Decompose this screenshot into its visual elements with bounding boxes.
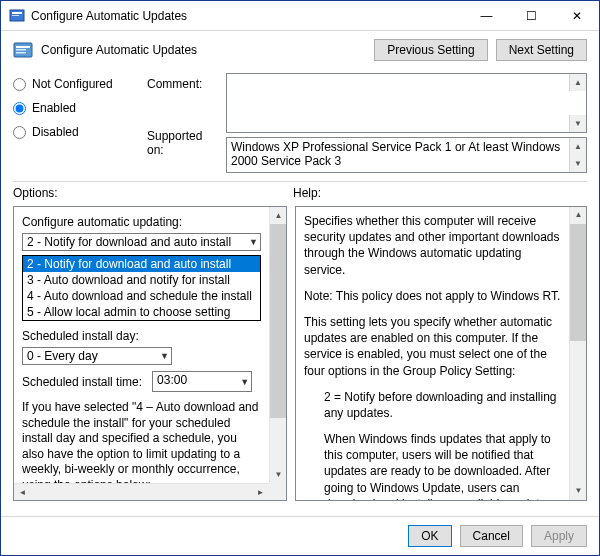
policy-header-icon [13,40,33,60]
apply-button[interactable]: Apply [531,525,587,547]
radio-enabled[interactable]: Enabled [13,101,143,115]
comment-label: Comment: [147,77,222,91]
scroll-up-icon[interactable]: ▲ [569,74,586,91]
scheduled-day-select[interactable]: 0 - Every day ▼ [22,347,172,365]
supported-on-value: Windows XP Professional Service Pack 1 o… [231,140,560,168]
supported-on-box: Windows XP Professional Service Pack 1 o… [226,137,587,173]
vertical-scrollbar[interactable]: ▲ ▼ [569,207,586,500]
chevron-down-icon: ▼ [160,351,169,361]
help-label: Help: [293,186,321,200]
scroll-down-icon[interactable]: ▼ [570,483,587,500]
svg-rect-6 [16,52,26,54]
scroll-thumb[interactable] [270,224,286,418]
cancel-button[interactable]: Cancel [460,525,523,547]
window-title: Configure Automatic Updates [31,9,464,23]
svg-rect-1 [12,12,22,14]
scheduled-day-value: 0 - Every day [27,349,98,363]
scheduled-time-value: 03:00 [157,373,187,387]
previous-setting-button[interactable]: Previous Setting [374,39,487,61]
options-label: Options: [13,186,293,200]
dropdown-item[interactable]: 3 - Auto download and notify for install [23,272,260,288]
scroll-up-icon[interactable]: ▲ [570,207,587,224]
scroll-right-icon[interactable]: ► [252,484,269,501]
dropdown-item[interactable]: 2 - Notify for download and auto install [23,256,260,272]
radio-not-configured[interactable]: Not Configured [13,77,143,91]
radio-enabled-label: Enabled [32,101,76,115]
maximize-button[interactable]: ☐ [509,1,554,31]
horizontal-scrollbar[interactable]: ◄ ► [14,483,269,500]
help-text: Specifies whether this computer will rec… [304,213,564,278]
scroll-left-icon[interactable]: ◄ [14,484,31,501]
radio-not-configured-label: Not Configured [32,77,113,91]
chevron-down-icon: ▼ [240,377,249,387]
scheduled-day-label: Scheduled install day: [22,329,261,343]
configure-updating-value: 2 - Notify for download and auto install [27,235,231,249]
chevron-down-icon: ▼ [249,237,258,247]
scroll-up-icon[interactable]: ▲ [270,207,287,224]
scheduled-time-select[interactable]: 03:00 ▼ [152,371,252,392]
supported-on-label: Supported on: [147,129,222,157]
help-text: This setting lets you specify whether au… [304,314,564,379]
options-note: If you have selected "4 – Auto download … [22,400,261,483]
scroll-corner [269,483,286,500]
scroll-down-icon[interactable]: ▼ [270,466,287,483]
svg-rect-4 [16,46,30,48]
scroll-down-icon[interactable]: ▼ [569,155,586,172]
scroll-down-icon[interactable]: ▼ [569,115,586,132]
next-setting-button[interactable]: Next Setting [496,39,587,61]
radio-disabled-label: Disabled [32,125,79,139]
help-panel: Specifies whether this computer will rec… [295,206,587,501]
radio-not-configured-input[interactable] [13,78,26,91]
comment-textarea[interactable]: ▲▼ [226,73,587,133]
page-title: Configure Automatic Updates [41,43,366,57]
minimize-button[interactable]: — [464,1,509,31]
radio-disabled[interactable]: Disabled [13,125,143,139]
help-text: When Windows finds updates that apply to… [304,431,564,501]
options-panel: Configure automatic updating: 2 - Notify… [13,206,287,501]
help-text: Note: This policy does not apply to Wind… [304,288,564,304]
ok-button[interactable]: OK [408,525,451,547]
radio-disabled-input[interactable] [13,126,26,139]
svg-rect-5 [16,49,26,51]
close-button[interactable]: ✕ [554,1,599,31]
policy-icon [9,8,25,24]
dropdown-item[interactable]: 4 - Auto download and schedule the insta… [23,288,260,304]
configure-updating-dropdown[interactable]: 2 - Notify for download and auto install… [22,255,261,321]
help-text: 2 = Notify before downloading and instal… [304,389,564,421]
scroll-thumb[interactable] [570,224,586,341]
scheduled-time-label: Scheduled install time: [22,375,142,389]
scroll-up-icon[interactable]: ▲ [569,138,586,155]
vertical-scrollbar[interactable]: ▲ ▼ [269,207,286,483]
svg-rect-2 [12,15,19,16]
configure-updating-select[interactable]: 2 - Notify for download and auto install… [22,233,261,251]
dropdown-item[interactable]: 5 - Allow local admin to choose setting [23,304,260,320]
configure-updating-label: Configure automatic updating: [22,215,261,229]
radio-enabled-input[interactable] [13,102,26,115]
